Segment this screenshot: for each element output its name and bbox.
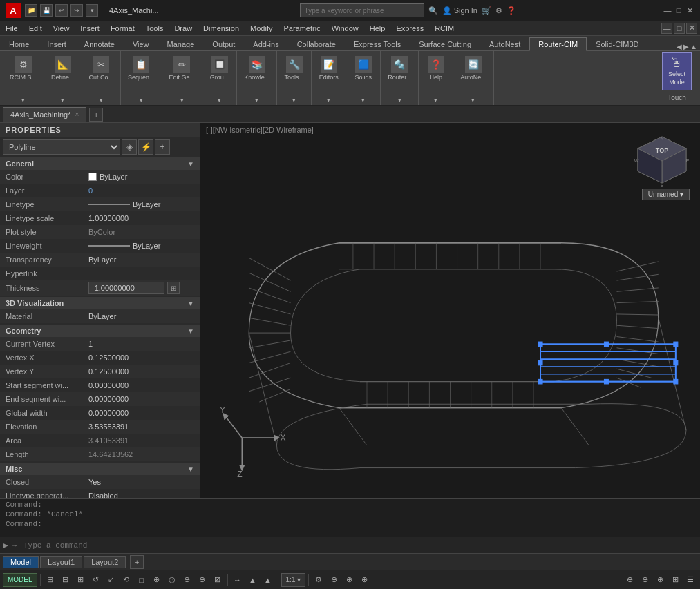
snap-icon[interactable]: ⊟ bbox=[59, 573, 73, 587]
menu-dimension[interactable]: Dimension bbox=[198, 23, 245, 34]
editors-button[interactable]: 📝 Editors bbox=[316, 54, 341, 84]
viewport[interactable]: [-][NW Isometric][2D Wireframe] bbox=[200, 123, 700, 498]
lock-icon[interactable]: ⊕ bbox=[342, 573, 356, 587]
redo-button[interactable]: ↪ bbox=[70, 4, 83, 17]
open-button[interactable]: 📁 bbox=[25, 4, 37, 17]
menu-rcim[interactable]: RCIM bbox=[429, 23, 460, 34]
gizmo-icon[interactable]: ▲ bbox=[261, 573, 275, 587]
dynamic-ucs-icon[interactable]: ↔ bbox=[231, 573, 245, 587]
section-3d-viz[interactable]: 3D Visualization ▼ bbox=[0, 297, 200, 309]
selection-filter-icon[interactable]: ▲ bbox=[246, 573, 260, 587]
section-general[interactable]: General ▼ bbox=[0, 157, 200, 170]
tab-collaborate[interactable]: Collaborate bbox=[288, 37, 345, 51]
cart-icon[interactable]: 🛒 bbox=[482, 6, 491, 15]
ribbon-arrow-left[interactable]: ◀ bbox=[677, 43, 682, 50]
inner-close[interactable]: ✕ bbox=[686, 23, 697, 34]
undo-button[interactable]: ↩ bbox=[55, 4, 68, 17]
define-button[interactable]: 📐 Define... bbox=[48, 54, 77, 84]
thickness-picker[interactable]: ⊞ bbox=[167, 282, 180, 294]
command-input[interactable] bbox=[21, 541, 697, 550]
section-geometry[interactable]: Geometry ▼ bbox=[0, 325, 200, 337]
select-mode-button[interactable]: 🖱 SelectMode bbox=[662, 52, 692, 90]
group-label-dropdown[interactable]: ▾ bbox=[21, 97, 25, 104]
minimize-button[interactable]: — bbox=[663, 6, 672, 15]
menu-view[interactable]: View bbox=[48, 23, 75, 34]
tab-layout1[interactable]: Layout1 bbox=[40, 556, 82, 568]
status-right-2[interactable]: ⊕ bbox=[638, 573, 652, 587]
close-button[interactable]: ✕ bbox=[685, 6, 694, 15]
solids-button[interactable]: 🟦 Solids bbox=[351, 54, 376, 84]
tab-router-cim[interactable]: Router-CIM bbox=[529, 37, 587, 51]
group-button[interactable]: 🔲 Grou... bbox=[207, 54, 232, 84]
menu-express[interactable]: Express bbox=[390, 23, 429, 34]
status-menu-icon[interactable]: ☰ bbox=[683, 573, 697, 587]
help-icon[interactable]: ❓ bbox=[507, 6, 516, 15]
grid-display-icon[interactable]: ⊞ bbox=[44, 573, 57, 587]
tab-solid-cim3d[interactable]: Solid-CIM3D bbox=[587, 37, 647, 51]
autonest-button[interactable]: 🔄 AutoNe... bbox=[457, 54, 489, 84]
fullscreen-icon[interactable]: ⊞ bbox=[668, 573, 682, 587]
status-right-1[interactable]: ⊕ bbox=[623, 573, 636, 587]
tab-annotate[interactable]: Annotate bbox=[75, 37, 124, 51]
tab-layout2[interactable]: Layout2 bbox=[84, 556, 126, 568]
inner-minimize[interactable]: — bbox=[661, 23, 672, 34]
qat-dropdown[interactable]: ▾ bbox=[86, 4, 98, 17]
tab-home[interactable]: Home bbox=[0, 37, 38, 51]
tab-autonest[interactable]: AutoNest bbox=[480, 37, 529, 51]
knowledge-button[interactable]: 📚 Knowle... bbox=[241, 54, 272, 84]
add-layout-button[interactable]: + bbox=[130, 555, 144, 569]
object-snap-icon[interactable]: ↙ bbox=[104, 573, 118, 587]
object-snap-track-icon[interactable]: ⟲ bbox=[120, 573, 133, 587]
add-btn[interactable]: + bbox=[155, 139, 170, 155]
menu-parametric[interactable]: Parametric bbox=[278, 23, 325, 34]
tab-manage[interactable]: Manage bbox=[158, 37, 204, 51]
3d-object-snap-icon[interactable]: ⊠ bbox=[211, 573, 225, 587]
tab-addins[interactable]: Add-ins bbox=[244, 37, 287, 51]
cutco-button[interactable]: ✂ Cut Co... bbox=[86, 54, 117, 84]
tab-express-tools[interactable]: Express Tools bbox=[345, 37, 410, 51]
search-input[interactable] bbox=[300, 3, 424, 17]
save-button[interactable]: 💾 bbox=[40, 4, 53, 17]
layer-value[interactable]: 0 bbox=[88, 186, 93, 195]
quick-select-btn[interactable]: ⚡ bbox=[138, 139, 153, 155]
search-icon[interactable]: 🔍 bbox=[428, 6, 438, 15]
allow-dynamic-icon[interactable]: □ bbox=[135, 573, 149, 587]
model-status-btn[interactable]: MODEL bbox=[3, 573, 37, 587]
isolate-icon[interactable]: ⊕ bbox=[357, 573, 371, 587]
sequen-button[interactable]: 📋 Sequen... bbox=[125, 54, 158, 84]
transparency-icon[interactable]: ⊕ bbox=[180, 573, 194, 587]
tools-button[interactable]: 🔧 Tools... bbox=[281, 54, 307, 84]
polar-icon[interactable]: ↺ bbox=[89, 573, 103, 587]
ribbon-collapse[interactable]: ▲ bbox=[690, 43, 697, 50]
menu-tools[interactable]: Tools bbox=[140, 23, 169, 34]
selection-cycling-icon[interactable]: ⊕ bbox=[196, 573, 209, 587]
tab-insert[interactable]: Insert bbox=[38, 37, 75, 51]
menu-window[interactable]: Window bbox=[326, 23, 364, 34]
router-button[interactable]: 🔩 Router... bbox=[385, 54, 414, 84]
unnamed-dropdown[interactable]: Unnamed ▾ bbox=[642, 189, 690, 200]
ortho-icon[interactable]: ⊞ bbox=[74, 573, 88, 587]
menu-modify[interactable]: Modify bbox=[245, 23, 278, 34]
help-ribbon-button[interactable]: ❓ Help bbox=[424, 54, 448, 84]
rcim-s-button[interactable]: ⚙ RCIM S... bbox=[7, 54, 39, 84]
tab-output[interactable]: Output bbox=[203, 37, 244, 51]
navigation-cube[interactable]: TOP S W E N bbox=[634, 133, 690, 189]
menu-help[interactable]: Help bbox=[364, 23, 391, 34]
menu-file[interactable]: File bbox=[0, 23, 23, 34]
status-right-3[interactable]: ⊕ bbox=[653, 573, 667, 587]
workspace-icon[interactable]: ⊕ bbox=[327, 573, 341, 587]
touch-button[interactable]: Touch bbox=[662, 92, 692, 104]
settings-icon[interactable]: ⚙ bbox=[495, 6, 502, 15]
lineweight-icon[interactable]: ◎ bbox=[165, 573, 179, 587]
pick-btn[interactable]: ◈ bbox=[122, 139, 137, 155]
settings-status-icon[interactable]: ⚙ bbox=[312, 573, 325, 587]
sign-in-button[interactable]: 👤 Sign In bbox=[442, 6, 477, 15]
editge-button[interactable]: ✏ Edit Ge... bbox=[167, 54, 198, 84]
menu-edit[interactable]: Edit bbox=[23, 23, 48, 34]
menu-format[interactable]: Format bbox=[105, 23, 140, 34]
maximize-button[interactable]: □ bbox=[674, 6, 683, 15]
section-misc[interactable]: Misc ▼ bbox=[0, 463, 200, 475]
ribbon-arrow-right[interactable]: ▶ bbox=[683, 43, 689, 50]
inner-restore[interactable]: □ bbox=[674, 23, 685, 34]
scale-button[interactable]: 1:1 ▾ bbox=[281, 573, 306, 587]
